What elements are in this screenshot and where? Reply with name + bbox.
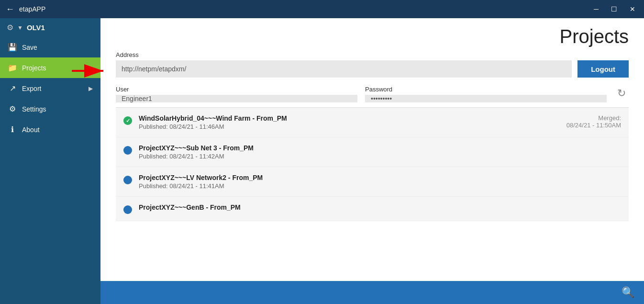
projects-icon: 📁 (8, 63, 17, 72)
window-controls: ─ ☐ ✕ (591, 4, 638, 14)
credentials-row: User Password ↻ (116, 84, 629, 102)
status-dot (123, 176, 132, 184)
maximize-button[interactable]: ☐ (608, 4, 620, 14)
sidebar-about-label: About (22, 126, 93, 134)
project-info: ProjectXYZ~~~Sub Net 3 - From_PMPublishe… (139, 144, 621, 160)
status-dot (123, 146, 132, 155)
project-published-date: Published: 08/24/21 - 11:46AM (139, 123, 560, 130)
sidebar-item-projects[interactable]: 📁 Projects (0, 57, 100, 78)
page-title: Projects (560, 26, 629, 47)
password-input[interactable] (365, 95, 607, 102)
password-label: Password (365, 86, 607, 93)
export-icon: ↗ (8, 84, 17, 93)
title-bar: ← etapAPP ─ ☐ ✕ (0, 0, 644, 18)
logout-button[interactable]: Logout (577, 60, 629, 78)
sidebar-save-label: Save (22, 44, 93, 51)
address-label: Address (116, 51, 629, 58)
sidebar: ⚙ ▼ OLV1 💾 Save 📁 Projects ↗ Export ▶ ⚙ … (0, 18, 100, 304)
project-list: WindSolarHybrid_04~~~Wind Farm - From_PM… (116, 107, 629, 221)
status-dot (123, 116, 132, 125)
status-dot (123, 205, 132, 214)
save-icon: 💾 (8, 43, 17, 52)
user-field: User (116, 86, 357, 102)
sidebar-projects-label: Projects (22, 64, 93, 72)
gear-icon: ⚙ (7, 23, 13, 32)
sidebar-header: ⚙ ▼ OLV1 (0, 18, 100, 37)
project-list-item[interactable]: ProjectXYZ~~~LV Network2 - From_PMPublis… (116, 167, 629, 197)
address-section: Address Logout (116, 51, 629, 78)
about-icon: ℹ (8, 125, 17, 134)
project-info: ProjectXYZ~~~LV Network2 - From_PMPublis… (139, 174, 621, 190)
bottom-bar: 🔍 (100, 281, 644, 304)
sidebar-item-about[interactable]: ℹ About (0, 119, 100, 140)
minimize-button[interactable]: ─ (591, 4, 601, 14)
project-list-item[interactable]: ProjectXYZ~~~Sub Net 3 - From_PMPublishe… (116, 137, 629, 167)
project-published-date: Published: 08/24/21 - 11:41AM (139, 182, 621, 190)
address-row: Logout (116, 60, 629, 78)
sidebar-project-name: OLV1 (27, 23, 45, 32)
sidebar-item-settings[interactable]: ⚙ Settings (0, 99, 100, 119)
user-label: User (116, 86, 357, 93)
search-icon[interactable]: 🔍 (622, 286, 634, 299)
main-layout: ⚙ ▼ OLV1 💾 Save 📁 Projects ↗ Export ▶ ⚙ … (0, 18, 644, 304)
project-name: ProjectXYZ~~~Sub Net 3 - From_PM (139, 144, 621, 152)
sidebar-export-label: Export (22, 85, 84, 92)
content-area: Projects Address Logout User (100, 18, 644, 304)
export-arrow-icon: ▶ (89, 85, 93, 92)
user-input[interactable] (116, 95, 357, 102)
dropdown-icon: ▼ (17, 24, 23, 31)
project-list-item[interactable]: ProjectXYZ~~~GenB - From_PM (116, 197, 629, 221)
content-body: Address Logout User Password (100, 51, 644, 281)
sidebar-settings-label: Settings (22, 105, 93, 113)
sidebar-item-save[interactable]: 💾 Save (0, 37, 100, 57)
address-input[interactable] (116, 60, 572, 78)
content-header: Projects (100, 18, 644, 51)
password-field: Password (365, 86, 607, 102)
refresh-icon[interactable]: ↻ (614, 84, 629, 102)
sidebar-item-export[interactable]: ↗ Export ▶ (0, 78, 100, 99)
close-button[interactable]: ✕ (627, 4, 638, 14)
project-published-date: Published: 08/24/21 - 11:42AM (139, 153, 621, 160)
project-list-item[interactable]: WindSolarHybrid_04~~~Wind Farm - From_PM… (116, 108, 629, 137)
project-info: WindSolarHybrid_04~~~Wind Farm - From_PM… (139, 114, 560, 130)
project-merged-date: Merged: 08/24/21 - 11:50AM (566, 114, 621, 129)
project-info: ProjectXYZ~~~GenB - From_PM (139, 203, 621, 211)
back-button[interactable]: ← (6, 4, 14, 14)
project-name: WindSolarHybrid_04~~~Wind Farm - From_PM (139, 114, 560, 122)
app-title: etapAPP (19, 5, 586, 13)
project-name: ProjectXYZ~~~GenB - From_PM (139, 203, 621, 211)
settings-icon: ⚙ (8, 104, 17, 113)
project-name: ProjectXYZ~~~LV Network2 - From_PM (139, 174, 621, 181)
